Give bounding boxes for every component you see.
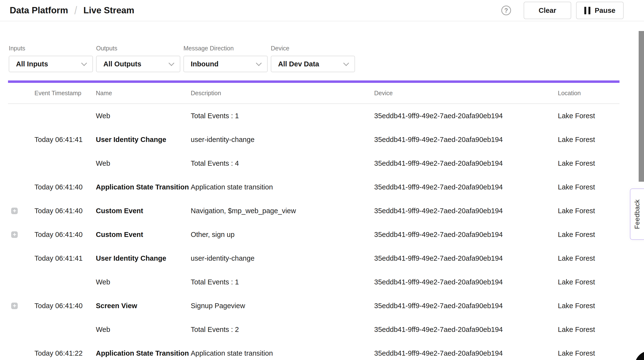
event-device: 35eddb41-9ff9-49e2-7aed-20afa90eb194: [374, 231, 558, 239]
column-event-timestamp: Event Timestamp: [34, 90, 96, 97]
clear-button-label: Clear: [539, 6, 556, 14]
event-name: Web: [96, 160, 191, 168]
table-row: Web Total Events : 2 35eddb41-9ff9-49e2-…: [8, 318, 620, 341]
scrollbar-thumb[interactable]: [639, 31, 644, 182]
table-row: Today 06:41:41 User Identity Change user…: [8, 128, 620, 151]
event-description: Application state transition: [191, 349, 374, 357]
message-direction-dropdown[interactable]: Inbound: [184, 56, 268, 72]
top-bar-actions: ? Clear Pause: [501, 2, 624, 19]
column-location: Location: [558, 90, 620, 97]
event-timestamp: Today 06:41:40: [34, 302, 96, 310]
event-location: Lake Forest: [558, 254, 620, 262]
help-icon[interactable]: ?: [501, 5, 511, 15]
chevron-down-icon: [256, 60, 262, 66]
event-name: Custom Event: [96, 207, 191, 215]
event-location: Lake Forest: [558, 326, 620, 334]
page-title: Live Stream: [84, 5, 134, 15]
chevron-down-icon: [168, 60, 174, 66]
pause-button[interactable]: Pause: [576, 2, 624, 19]
event-location: Lake Forest: [558, 207, 620, 215]
expand-row-button[interactable]: [11, 208, 18, 214]
live-stream-page: Data Platform / Live Stream ? Clear Paus…: [0, 0, 644, 360]
expand-row-button[interactable]: [11, 303, 18, 309]
event-location: Lake Forest: [558, 302, 620, 310]
chevron-down-icon: [343, 60, 349, 66]
event-device: 35eddb41-9ff9-49e2-7aed-20afa90eb194: [374, 302, 558, 310]
event-location: Lake Forest: [558, 231, 620, 239]
filter-inputs-label: Inputs: [9, 45, 93, 52]
expand-cell: [8, 136, 34, 143]
event-timestamp: Today 06:41:41: [34, 254, 96, 262]
event-device: 35eddb41-9ff9-49e2-7aed-20afa90eb194: [374, 207, 558, 215]
table-row: Web Total Events : 1 35eddb41-9ff9-49e2-…: [8, 104, 620, 128]
event-name: Custom Event: [96, 231, 191, 239]
table-row: Web Total Events : 4 35eddb41-9ff9-49e2-…: [8, 151, 620, 175]
message-direction-dropdown-value: Inbound: [191, 60, 218, 68]
table-row: Web Total Events : 1 35eddb41-9ff9-49e2-…: [8, 270, 620, 294]
expand-cell: [8, 184, 34, 190]
expand-cell: [8, 350, 34, 357]
inputs-dropdown-value: All Inputs: [16, 60, 48, 68]
table-row: Today 06:41:40 Screen View Signup Pagevi…: [8, 294, 620, 318]
table-header: Event Timestamp Name Description Device …: [8, 83, 620, 104]
expand-cell: [8, 160, 34, 167]
event-location: Lake Forest: [558, 278, 620, 286]
event-description: Navigation, $mp_web_page_view: [191, 207, 374, 215]
filter-inputs: Inputs All Inputs: [9, 45, 93, 72]
event-location: Lake Forest: [558, 183, 620, 191]
device-dropdown[interactable]: All Dev Data: [271, 56, 355, 72]
breadcrumb-separator: /: [74, 4, 77, 17]
feedback-tab[interactable]: Feedback: [630, 188, 644, 240]
expand-row-button[interactable]: [11, 231, 18, 238]
clear-button[interactable]: Clear: [524, 2, 571, 19]
feedback-tab-label: Feedback: [634, 199, 641, 229]
event-location: Lake Forest: [558, 112, 620, 120]
expand-cell: [8, 326, 34, 333]
table-row: Today 06:41:41 User Identity Change user…: [8, 246, 620, 270]
table-row: Today 06:41:22 Application State Transit…: [8, 341, 620, 360]
inputs-dropdown[interactable]: All Inputs: [9, 56, 93, 72]
expand-cell: [8, 113, 34, 119]
device-dropdown-value: All Dev Data: [278, 60, 319, 68]
table-row: Today 06:41:40 Custom Event Other, sign …: [8, 223, 620, 246]
event-name: Web: [96, 112, 191, 120]
event-device: 35eddb41-9ff9-49e2-7aed-20afa90eb194: [374, 326, 558, 334]
chat-bubble-button[interactable]: [635, 351, 644, 360]
event-description: Application state transition: [191, 183, 374, 191]
expand-cell: [8, 279, 34, 285]
event-timestamp: Today 06:41:41: [34, 136, 96, 144]
event-device: 35eddb41-9ff9-49e2-7aed-20afa90eb194: [374, 183, 558, 191]
breadcrumb: Data Platform / Live Stream: [10, 5, 134, 16]
breadcrumb-section[interactable]: Data Platform: [10, 5, 68, 15]
event-device: 35eddb41-9ff9-49e2-7aed-20afa90eb194: [374, 136, 558, 144]
event-device: 35eddb41-9ff9-49e2-7aed-20afa90eb194: [374, 278, 558, 286]
filter-device: Device All Dev Data: [271, 45, 355, 72]
event-timestamp: Today 06:41:40: [34, 231, 96, 239]
filter-message-direction-label: Message Direction: [184, 45, 268, 52]
table-row: Today 06:41:40 Custom Event Navigation, …: [8, 199, 620, 223]
event-name: Web: [96, 326, 191, 334]
pause-icon: [584, 7, 590, 14]
event-description: Signup Pageview: [191, 302, 374, 310]
expand-cell: [8, 255, 34, 262]
event-name: Application State Transition: [96, 349, 191, 357]
table-body: Web Total Events : 1 35eddb41-9ff9-49e2-…: [8, 104, 620, 360]
event-timestamp: Today 06:41:40: [34, 207, 96, 215]
filter-message-direction: Message Direction Inbound: [184, 45, 268, 72]
event-device: 35eddb41-9ff9-49e2-7aed-20afa90eb194: [374, 254, 558, 262]
expand-cell: [8, 208, 34, 214]
outputs-dropdown[interactable]: All Outputs: [96, 56, 180, 72]
event-location: Lake Forest: [558, 136, 620, 144]
chevron-down-icon: [81, 60, 87, 66]
event-description: Total Events : 1: [191, 278, 374, 286]
outputs-dropdown-value: All Outputs: [103, 60, 141, 68]
event-timestamp: Today 06:41:22: [34, 349, 96, 357]
expand-cell: [8, 231, 34, 238]
event-device: 35eddb41-9ff9-49e2-7aed-20afa90eb194: [374, 112, 558, 120]
column-name: Name: [96, 90, 191, 97]
event-name: User Identity Change: [96, 136, 191, 144]
event-device: 35eddb41-9ff9-49e2-7aed-20afa90eb194: [374, 160, 558, 168]
filter-outputs: Outputs All Outputs: [96, 45, 180, 72]
event-location: Lake Forest: [558, 160, 620, 168]
top-bar: Data Platform / Live Stream ? Clear Paus…: [0, 0, 644, 21]
